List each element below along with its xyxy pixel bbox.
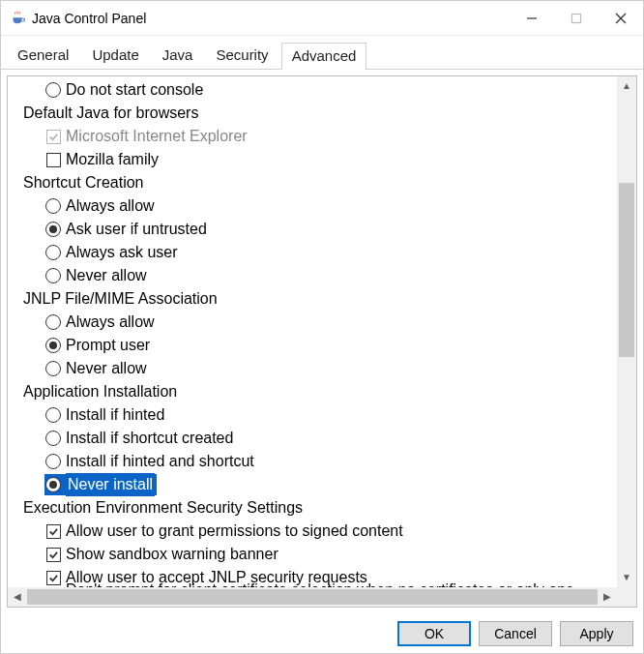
group-shortcut: Shortcut Creation (10, 171, 617, 194)
radio-shortcut-never[interactable]: Never allow (10, 264, 617, 287)
radio-shortcut-always[interactable]: Always allow (10, 194, 617, 218)
radio-install-shortcut[interactable]: Install if shortcut created (10, 427, 617, 450)
tab-advanced[interactable]: Advanced (281, 43, 367, 70)
group-exec-env: Execution Environment Security Settings (10, 496, 617, 520)
group-jnlp: JNLP File/MIME Association (10, 287, 617, 311)
radio-install-never[interactable]: Never install (10, 473, 617, 496)
radio-install-hinted[interactable]: Install if hinted (10, 403, 617, 427)
cancel-button[interactable]: Cancel (479, 621, 552, 646)
horizontal-scrollbar[interactable]: ◀ ▶ (8, 587, 617, 607)
check-sandbox-banner[interactable]: Show sandbox warning banner (10, 543, 617, 566)
check-mozilla[interactable]: Mozilla family (10, 148, 617, 171)
tab-security[interactable]: Security (205, 42, 278, 69)
tab-general[interactable]: General (7, 42, 79, 69)
radio-jnlp-always[interactable]: Always allow (10, 311, 617, 334)
group-default-java: Default Java for browsers (10, 102, 617, 125)
settings-tree: Do not start console Default Java for br… (8, 76, 617, 587)
scroll-up-icon[interactable]: ▲ (617, 76, 636, 96)
dialog-buttons: OK Cancel Apply (1, 613, 643, 654)
radio-jnlp-never[interactable]: Never allow (10, 357, 617, 380)
group-install: Application Installation (10, 380, 617, 403)
maximize-button[interactable] (554, 1, 599, 36)
advanced-scrollpane: Do not start console Default Java for br… (7, 75, 637, 608)
tab-java[interactable]: Java (152, 42, 204, 69)
scroll-corner (617, 587, 636, 607)
java-icon (9, 10, 26, 27)
check-ie: Microsoft Internet Explorer (10, 125, 617, 148)
apply-button[interactable]: Apply (560, 621, 633, 646)
titlebar: Java Control Panel (1, 1, 643, 36)
radio-shortcut-ask-untrusted[interactable]: Ask user if untrusted (10, 218, 617, 241)
scroll-thumb[interactable] (619, 183, 634, 357)
tab-update[interactable]: Update (81, 42, 149, 69)
svg-rect-1 (572, 14, 581, 22)
scroll-left-icon[interactable]: ◀ (8, 587, 27, 607)
check-grant-perm[interactable]: Allow user to grant permissions to signe… (10, 520, 617, 543)
ok-button[interactable]: OK (397, 621, 471, 646)
vertical-scrollbar[interactable]: ▲ ▼ (617, 76, 636, 587)
radio-jnlp-prompt[interactable]: Prompt user (10, 334, 617, 357)
radio-install-both[interactable]: Install if hinted and shortcut (10, 450, 617, 473)
hscroll-thumb[interactable] (27, 589, 598, 605)
close-button[interactable] (599, 1, 643, 36)
radio-shortcut-always-ask[interactable]: Always ask user (10, 241, 617, 264)
window-title: Java Control Panel (32, 11, 146, 26)
scroll-down-icon[interactable]: ▼ (617, 568, 636, 587)
tab-bar: General Update Java Security Advanced (1, 36, 643, 70)
scroll-right-icon[interactable]: ▶ (598, 587, 617, 607)
radio-do-not-start-console[interactable]: Do not start console (10, 78, 617, 102)
minimize-button[interactable] (510, 1, 554, 36)
